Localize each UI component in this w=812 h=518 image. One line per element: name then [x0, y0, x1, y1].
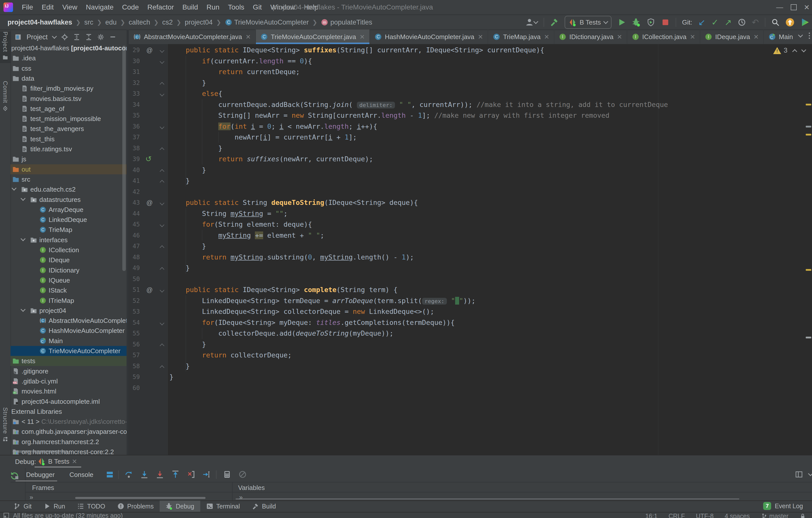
breadcrumb-item[interactable]: cs2	[162, 19, 173, 26]
tree-item-org-hamcrest-hamcrest-2-2[interactable]: org.hamcrest:hamcrest:2.2	[10, 437, 126, 447]
fold-marker-icon[interactable]	[160, 288, 164, 292]
tree-item-triemap[interactable]: CTrieMap	[10, 225, 126, 235]
tree-horizontal-scrollbar[interactable]	[12, 450, 68, 453]
tree-item-edu-caltech-cs2[interactable]: edu.caltech.cs2	[10, 184, 126, 194]
minimize-icon[interactable]: —	[775, 3, 784, 11]
caret-position[interactable]: 16:1	[645, 513, 658, 518]
menu-edit[interactable]: Edit	[37, 3, 58, 11]
collapse-all-icon[interactable]	[85, 34, 92, 40]
error-stripe-mark[interactable]	[806, 337, 811, 338]
tab-options-kebab-icon[interactable]	[809, 33, 810, 39]
toolwindow-button-problems[interactable]: Problems	[111, 501, 160, 512]
frames-overflow-chevrons[interactable]: »	[30, 493, 32, 501]
breadcrumb-item[interactable]: project04-hawflakes	[7, 19, 72, 26]
tree-item-icollection[interactable]: IICollection	[10, 245, 126, 255]
tree-item-datastructures[interactable]: datastructures	[10, 194, 126, 205]
tree-expand-chevron-icon[interactable]	[21, 236, 26, 241]
menu-refactor[interactable]: Refactor	[143, 3, 178, 11]
menu-view[interactable]: View	[58, 3, 82, 11]
expand-all-icon[interactable]	[73, 34, 80, 40]
tree-item-linkeddeque[interactable]: CLinkedDeque	[10, 215, 126, 225]
error-stripe-mark[interactable]	[806, 126, 811, 127]
tree-item-test-the-avengers[interactable]: test_the_avengers	[10, 124, 126, 134]
calculator-icon[interactable]	[223, 470, 231, 479]
close-tab-icon[interactable]: ✕	[360, 33, 365, 40]
user-menu[interactable]	[526, 18, 538, 27]
breadcrumb-item[interactable]: src	[84, 19, 93, 26]
close-icon[interactable]: ✕	[803, 3, 811, 11]
build-project-icon[interactable]	[550, 18, 559, 27]
tree-item-test-mission-impossible[interactable]: test_mission_impossible	[10, 114, 126, 124]
error-stripe-mark[interactable]	[806, 134, 811, 135]
git-update-icon[interactable]: ↙	[698, 18, 705, 27]
annotation-gutter-icon[interactable]: @	[146, 197, 153, 208]
debugger-tab[interactable]: Debugger	[26, 471, 55, 479]
tree-expand-chevron-icon[interactable]	[21, 196, 26, 201]
close-tab-icon[interactable]: ✕	[544, 33, 549, 40]
tree-item-main[interactable]: CMain	[10, 336, 126, 346]
toolwindow-button-run[interactable]: Run	[37, 501, 71, 512]
maximize-icon[interactable]	[789, 3, 798, 11]
tree-item-filter-imdb-movies-py[interactable]: filter_imdb_movies.py	[10, 83, 126, 93]
layout-icon[interactable]	[106, 470, 114, 479]
variables-overflow-chevrons[interactable]: »	[239, 493, 242, 501]
prev-warning-icon[interactable]	[792, 49, 797, 54]
tree-item-iqueue[interactable]: IIQueue	[10, 275, 126, 285]
next-warning-icon[interactable]	[801, 47, 806, 52]
tree-expand-chevron-icon[interactable]	[11, 186, 17, 191]
breadcrumb-item[interactable]: project04	[185, 19, 212, 26]
tree-item-src[interactable]: src	[10, 174, 126, 184]
inspection-widget[interactable]: ! 3	[773, 47, 806, 54]
tree-item-triemovieautocompleter[interactable]: CTrieMovieAutoCompleter	[10, 346, 126, 356]
stop-button[interactable]	[661, 18, 670, 27]
tree-item-title-ratings-tsv[interactable]: title.ratings.tsv	[10, 144, 126, 154]
toolwindow-button-debug[interactable]: Debug	[160, 501, 200, 512]
fold-marker-icon[interactable]	[160, 343, 164, 348]
hide-panel-icon[interactable]	[109, 34, 116, 40]
tree-item-tests[interactable]: tests	[10, 356, 126, 366]
tree-item-ideque[interactable]: IIDeque	[10, 255, 126, 265]
hidden-tabs-chevron-icon[interactable]	[798, 33, 803, 37]
fold-marker-icon[interactable]	[160, 124, 164, 129]
error-stripe-mark[interactable]	[806, 104, 811, 105]
line-ending[interactable]: CRLF	[668, 513, 685, 518]
fold-marker-icon[interactable]	[160, 82, 164, 86]
menu-navigate[interactable]: Navigate	[82, 3, 118, 11]
tree-item-css[interactable]: css	[10, 63, 126, 73]
menu-build[interactable]: Build	[178, 3, 202, 11]
menu-run[interactable]: Run	[202, 3, 224, 11]
force-step-into-icon[interactable]	[156, 470, 164, 479]
menu-tools[interactable]: Tools	[224, 3, 249, 11]
coverage-button[interactable]	[646, 18, 655, 27]
close-tab-icon[interactable]: ✕	[690, 33, 695, 40]
tree-item-abstractmovieautocompleter[interactable]: CAbstractMovieAutoCompleter	[10, 315, 126, 326]
tree-item-movies-basics-tsv[interactable]: movies.basics.tsv	[10, 94, 126, 104]
tree-item-project04-hawflakes[interactable]: project04-hawflakes [project04-autocompl	[10, 44, 126, 53]
tree-item-itriemap[interactable]: IITrieMap	[10, 296, 126, 306]
tree-item-project04-autocomplete-iml[interactable]: project04-autocomplete.iml	[10, 397, 126, 406]
fold-marker-icon[interactable]	[160, 267, 164, 272]
editor-tab-triemovieautocompleter-java[interactable]: CTrieMovieAutoCompleter.java✕	[256, 30, 370, 44]
tree-item-external-libraries[interactable]: External Libraries	[10, 406, 126, 417]
editor-tab-hashmovieautocompleter-java[interactable]: CHashMovieAutoCompleter.java✕	[370, 30, 488, 44]
stripe-button-structure[interactable]: Structure	[0, 407, 10, 442]
frames-scrollbar[interactable]	[75, 497, 205, 499]
tree-item--11-[interactable]: < 11 > C:\Users\navya\.jdks\corretto-11.	[10, 417, 126, 427]
editor-tab-ideque-java[interactable]: IIDeque.java✕	[700, 30, 764, 44]
frames-variables-splitter[interactable]	[232, 482, 233, 501]
stripe-button-project[interactable]: Project	[0, 32, 10, 63]
tree-item--gitignore[interactable]: .gitignore	[10, 366, 126, 376]
event-log-button[interactable]: 7 Event Log	[763, 500, 803, 512]
file-encoding[interactable]: UTF-8	[696, 513, 714, 518]
fold-marker-icon[interactable]	[160, 169, 164, 174]
editor-tab-triemap-java[interactable]: CTrieMap.java✕	[488, 30, 554, 44]
console-tab[interactable]: Console	[69, 471, 93, 479]
annotation-gutter-icon[interactable]: @	[146, 44, 153, 56]
breadcrumb-item[interactable]: caltech	[129, 19, 150, 26]
drop-frame-icon[interactable]	[187, 470, 195, 479]
tree-item--idea[interactable]: .idea	[10, 53, 126, 63]
tree-item-idictionary[interactable]: IIDictionary	[10, 265, 126, 275]
gradient-play-icon[interactable]	[801, 18, 810, 27]
undo-icon[interactable]: ↶	[752, 18, 759, 27]
fold-marker-icon[interactable]	[160, 222, 164, 227]
